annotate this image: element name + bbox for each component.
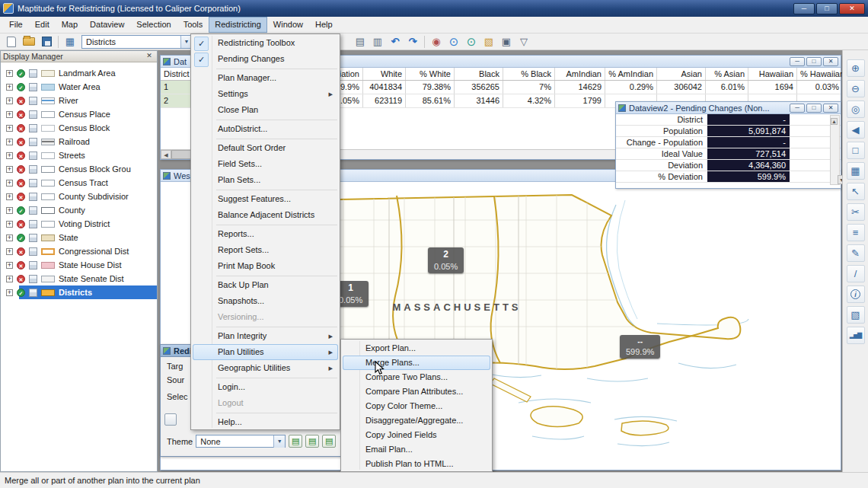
layer-row-river[interactable]: River: [1, 94, 157, 107]
menu-item-suggest-features[interactable]: Suggest Features...: [193, 191, 338, 207]
table-cell[interactable]: 7%: [503, 81, 555, 94]
layer-swatch[interactable]: [41, 166, 55, 173]
minimize-button[interactable]: ─: [790, 104, 805, 113]
close-button[interactable]: ✕: [823, 57, 838, 66]
table-cell[interactable]: 31446: [455, 94, 503, 107]
districts-combo[interactable]: Districts: [81, 35, 193, 49]
table-cell[interactable]: 1694: [748, 81, 797, 94]
column-header[interactable]: Black: [455, 68, 503, 80]
layer-status-icon[interactable]: [17, 179, 25, 187]
layer-swatch[interactable]: [41, 248, 55, 255]
redo-icon[interactable]: ↷: [404, 34, 421, 49]
layer-row-census-block-group[interactable]: Census Block Grou: [1, 162, 157, 176]
layer-row-voting-district[interactable]: Voting District: [1, 217, 157, 231]
globe-icon[interactable]: ⊙: [463, 34, 480, 49]
layer-swatch[interactable]: [41, 97, 55, 104]
column-header[interactable]: % White: [406, 68, 455, 80]
layer-status-icon[interactable]: [17, 220, 25, 228]
menu-item-publish-plan-to-html[interactable]: Publish Plan to HTML...: [343, 457, 490, 471]
measure-icon[interactable]: /: [847, 265, 865, 282]
vertical-scrollbar[interactable]: [830, 115, 840, 185]
table-cell[interactable]: 356265: [455, 81, 503, 94]
menu-item-autodistrict[interactable]: AutoDistrict...: [193, 121, 338, 137]
menu-item-plan-integrity[interactable]: Plan Integrity: [193, 328, 338, 344]
layer-status-icon[interactable]: [17, 261, 25, 270]
menu-item-compare-plan-attributes[interactable]: Compare Plan Attributes...: [343, 384, 490, 399]
menu-item-field-sets[interactable]: Field Sets...: [193, 156, 338, 172]
web-map-icon[interactable]: ⊙: [445, 34, 462, 49]
layer-row-census-place[interactable]: Census Place: [1, 107, 157, 121]
maximize-button[interactable]: □: [816, 3, 838, 14]
row-value[interactable]: 599.9%: [707, 171, 790, 182]
layer-row-county-subdivision[interactable]: County Subdivisior: [1, 190, 157, 203]
chevron-down-icon[interactable]: [273, 435, 285, 448]
expand-icon[interactable]: [6, 111, 13, 118]
info-icon[interactable]: i: [847, 285, 865, 303]
table-cell[interactable]: 1799: [555, 94, 605, 107]
print-icon[interactable]: ▤: [352, 34, 369, 49]
menu-item-redistricting-toolbox[interactable]: Redistricting Toolbox: [193, 35, 338, 51]
layer-row-county[interactable]: County: [1, 203, 157, 217]
layer-status-icon[interactable]: [17, 289, 25, 297]
expand-icon[interactable]: [6, 234, 13, 241]
table-cell[interactable]: 6.01%: [706, 81, 748, 94]
toolbox-tool-button[interactable]: [164, 413, 177, 426]
table-cell[interactable]: 79.38%: [406, 81, 455, 94]
layer-swatch[interactable]: [41, 193, 55, 200]
expand-icon[interactable]: [6, 139, 13, 145]
row-value[interactable]: 5,091,874: [707, 126, 790, 136]
layer-status-icon[interactable]: [17, 69, 25, 78]
layer-row-state-house-dist[interactable]: State House Dist: [1, 258, 157, 272]
theme-combo[interactable]: None: [196, 435, 286, 448]
layer-row-state[interactable]: State: [1, 231, 157, 244]
scroll-up-icon[interactable]: [831, 118, 838, 125]
layer-swatch[interactable]: [41, 276, 55, 282]
table-cell[interactable]: 4041834: [363, 81, 406, 94]
expand-icon[interactable]: [6, 193, 13, 200]
layer-row-census-block[interactable]: Census Block: [1, 121, 157, 135]
maximize-button[interactable]: □: [806, 104, 822, 113]
theme-icon[interactable]: ▧: [847, 306, 865, 324]
close-icon[interactable]: ✕: [144, 52, 155, 61]
layout-icon[interactable]: ▥: [369, 34, 386, 49]
menu-item-export-plan[interactable]: Export Plan...: [343, 341, 490, 356]
theme-save-button[interactable]: ▤: [322, 435, 336, 448]
table-cell[interactable]: 623119: [363, 94, 406, 107]
menu-item-back-up-plan[interactable]: Back Up Plan: [193, 277, 338, 293]
column-header[interactable]: % Hawaiian: [797, 68, 843, 80]
scroll-left-icon[interactable]: [161, 150, 171, 159]
expand-icon[interactable]: [6, 180, 13, 187]
pushpin-icon[interactable]: ◉: [428, 34, 445, 49]
select-pointer-icon[interactable]: ↖: [847, 183, 865, 200]
table-cell[interactable]: 0.03%: [797, 81, 843, 94]
expand-icon[interactable]: [6, 125, 13, 132]
layer-status-icon[interactable]: [17, 124, 25, 132]
menu-edit[interactable]: Edit: [29, 17, 56, 33]
expand-icon[interactable]: [6, 289, 13, 296]
menu-item-copy-joined-fields[interactable]: Copy Joined Fields: [343, 428, 490, 442]
column-header[interactable]: AmIndian: [555, 68, 605, 80]
expand-icon[interactable]: [6, 262, 13, 269]
layer-row-census-tract[interactable]: Census Tract: [1, 176, 157, 190]
menu-redistricting[interactable]: Redistricting: [209, 17, 267, 33]
column-header[interactable]: Asian: [657, 68, 706, 80]
menu-item-geographic-utilities[interactable]: Geographic Utilities: [193, 360, 338, 376]
menu-dataview[interactable]: Dataview: [84, 17, 130, 33]
expand-icon[interactable]: [6, 207, 13, 214]
menu-item-email-plan[interactable]: Email Plan...: [343, 442, 490, 457]
layer-status-icon[interactable]: [17, 152, 25, 160]
expand-icon[interactable]: [6, 70, 13, 77]
district-badge[interactable]: -- 599.9%: [620, 335, 660, 359]
layer-status-icon[interactable]: [17, 97, 25, 105]
expand-icon[interactable]: [6, 221, 13, 228]
row-value[interactable]: -: [707, 137, 790, 148]
menu-item-snapshots[interactable]: Snapshots...: [193, 293, 338, 309]
expand-icon[interactable]: [6, 166, 13, 173]
menu-item-disaggregate-aggregate[interactable]: Disaggregate/Aggregate...: [343, 413, 490, 428]
column-header[interactable]: White: [363, 68, 406, 80]
chart-icon[interactable]: ▂▅▇: [847, 327, 865, 344]
layer-status-icon[interactable]: [17, 138, 25, 146]
menu-item-pending-changes[interactable]: Pending Changes: [193, 51, 338, 67]
menu-item-balance-adjacent-districts[interactable]: Balance Adjacent Districts: [193, 207, 338, 223]
layer-swatch[interactable]: [41, 207, 55, 214]
